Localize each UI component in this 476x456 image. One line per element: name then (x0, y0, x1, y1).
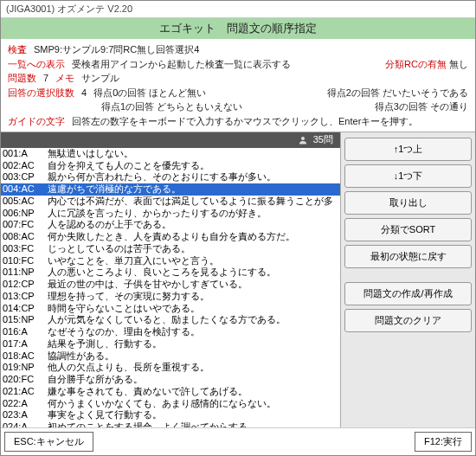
row-text: 嫌な事をされても、責めないで許してあげる。 (48, 386, 248, 398)
row-text: 時間を守らないことはいやである。 (48, 303, 200, 315)
list-item[interactable]: 002:AC自分を抑えても人のことを優先する。 (1, 160, 340, 172)
list-item[interactable]: 006:NP人に冗談を言ったり、からかったりするのが好き。 (1, 208, 340, 220)
row-text: 結果を予測し、行動する。 (48, 338, 162, 350)
pop-button[interactable]: 取り出し (344, 191, 472, 215)
meta-guide: 回答左の数字をキーボードで入力するかマウスでクリックし、Enterキーを押す。 (72, 114, 418, 129)
meta-ichiran: 受検者用アイコンから起動した検査一覧に表示する (72, 57, 291, 72)
row-text: 人の悪いところより、良いところを見るようにする。 (48, 267, 276, 279)
meta-kensa: SMP9:サンプル9:7問RC無し回答選択4 (34, 42, 199, 57)
row-id: 015:NP (3, 314, 48, 326)
edit-button[interactable]: 問題文の作成/再作成 (344, 282, 472, 305)
list-item[interactable]: 016:Aなぜそうなのか、理由を検討する。 (1, 326, 340, 338)
row-id: 003:CP (3, 171, 48, 183)
list-item[interactable]: 003:FCじっとしているのは苦手である。 (1, 243, 340, 255)
list-item[interactable]: 022:A何かうまくいかなくても、あまり感情的にならない。 (1, 398, 340, 410)
row-id: 021:AC (3, 386, 48, 398)
up-button[interactable]: ↑1つ上 (344, 138, 472, 161)
row-text: 協調性がある。 (48, 350, 114, 363)
meta-memo: サンプル (81, 71, 119, 86)
row-text: 遠慮がちで消極的な方である。 (48, 183, 181, 196)
row-id: 006:NP (3, 208, 48, 220)
row-id: 011:NP (3, 267, 48, 279)
side-panel: ↑1つ上 ↓1つ下 取り出し 分類でSORT 最初の状態に戻す 問題文の作成/再… (340, 132, 475, 427)
list-item[interactable]: 001:A無駄遣いはしない。 (1, 148, 340, 160)
question-list[interactable]: 35問 001:A無駄遣いはしない。002:AC自分を抑えても人のことを優先する… (1, 132, 340, 427)
row-id: 010:FC (3, 255, 48, 267)
meta-panel: 検査 SMP9:サンプル9:7問RC無し回答選択4 一覧への表示 受検者用アイコ… (1, 39, 475, 132)
sort-button[interactable]: 分類でSORT (344, 218, 472, 241)
row-text: 他人の欠点よりも、長所を重視する。 (48, 362, 209, 374)
meta-mondai: 7 (43, 71, 48, 86)
meta-mondai-label: 問題数 (8, 71, 36, 86)
meta-t3: 得点3の回答 その通り (375, 100, 468, 114)
meta-guide-label: ガイドの文字 (8, 114, 65, 129)
row-id: 004:AC (3, 183, 48, 196)
list-item[interactable]: 012:CP最近の世の中は、子供を甘やかしすぎている。 (1, 279, 340, 291)
list-item[interactable]: 013:CP理想を持って、その実現に努力する。 (1, 291, 340, 303)
meta-t1: 得点1の回答 どちらともいえない (101, 100, 242, 114)
row-text: 理想を持って、その実現に努力する。 (48, 291, 209, 303)
down-button[interactable]: ↓1つ下 (344, 164, 472, 188)
row-id: 001:A (3, 148, 48, 160)
list-item[interactable]: 011:NP人の悪いところより、良いところを見るようにする。 (1, 267, 340, 279)
meta-bunrui-label: 分類RCの有無 (385, 59, 447, 69)
row-text: 何か失敗したとき、人を責めるよりも自分を責める方だ。 (48, 231, 295, 243)
list-item[interactable]: 004:AC遠慮がちで消極的な方である。 (1, 183, 340, 196)
list-item[interactable]: 020:FC自分勝手な所がある。 (1, 374, 340, 386)
row-text: 無駄遣いはしない。 (48, 148, 133, 160)
section-header: エゴキット 問題文の順序指定 (1, 18, 475, 39)
list-item[interactable]: 014:CP時間を守らないことはいやである。 (1, 303, 340, 315)
footer: ESC:キャンセル F12:実行 (1, 427, 475, 455)
reset-button[interactable]: 最初の状態に戻す (344, 245, 472, 268)
list-item[interactable]: 015:NP人が元気をなくしていると、励ましたくなる方である。 (1, 314, 340, 326)
meta-t2: 得点2の回答 だいたいそうである (327, 86, 468, 100)
clear-button[interactable]: 問題文のクリア (344, 309, 472, 332)
list-item[interactable]: 019:NP他人の欠点よりも、長所を重視する。 (1, 362, 340, 374)
row-id: 002:AC (3, 160, 48, 172)
row-id: 013:CP (3, 291, 48, 303)
list-item[interactable]: 008:AC何か失敗したとき、人を責めるよりも自分を責める方だ。 (1, 231, 340, 243)
list-item[interactable]: 017:A結果を予測し、行動する。 (1, 338, 340, 350)
list-item[interactable]: 024:A初めてのことをする場合、よく調べてからする。 (1, 421, 340, 427)
list-item[interactable]: 021:AC嫌な事をされても、責めないで許してあげる。 (1, 386, 340, 398)
row-id: 003:FC (3, 243, 48, 255)
list-item[interactable]: 003:CP親から何か言われたら、そのとおりにする事が多い。 (1, 171, 340, 183)
row-id: 012:CP (3, 279, 48, 291)
row-text: 事実をよく見て行動する。 (48, 409, 162, 421)
row-text: 人に冗談を言ったり、からかったりするのが好き。 (48, 208, 267, 220)
row-text: 内心では不満だが、表面では満足しているように振る舞うことが多 (48, 196, 333, 208)
row-text: 自分を抑えても人のことを優先する。 (48, 160, 209, 172)
meta-kaitou: 4 (81, 86, 87, 100)
row-text: 最近の世の中は、子供を甘やかしすぎている。 (48, 279, 248, 291)
row-id: 018:AC (3, 350, 48, 363)
list-item[interactable]: 018:AC協調性がある。 (1, 350, 340, 363)
meta-bunrui: 無し (449, 59, 468, 69)
row-text: 人を認めるのが上手である。 (48, 219, 171, 231)
list-item[interactable]: 010:FCいやなことを、単刀直入にいやと言う。 (1, 255, 340, 267)
row-text: じっとしているのは苦手である。 (48, 243, 190, 255)
row-text: 人が元気をなくしていると、励ましたくなる方である。 (48, 314, 286, 326)
row-text: いやなことを、単刀直入にいやと言う。 (48, 255, 219, 267)
row-id: 014:CP (3, 303, 48, 315)
row-text: なぜそうなのか、理由を検討する。 (48, 326, 200, 338)
meta-t0: 得点0の回答 ほとんど無い (93, 86, 206, 100)
row-text: 初めてのことをする場合、よく調べてからする。 (48, 421, 257, 427)
row-id: 023:A (3, 409, 48, 421)
row-text: 何かうまくいかなくても、あまり感情的にならない。 (48, 398, 276, 410)
list-item[interactable]: 023:A事実をよく見て行動する。 (1, 409, 340, 421)
row-id: 005:AC (3, 196, 48, 208)
execute-button[interactable]: F12:実行 (415, 432, 472, 452)
row-id: 017:A (3, 338, 48, 350)
window-title: (JIGA3001) オズメンテ V2.20 (1, 1, 475, 18)
row-id: 016:A (3, 326, 48, 338)
row-id: 024:A (3, 421, 48, 427)
list-item[interactable]: 007:FC人を認めるのが上手である。 (1, 219, 340, 231)
list-item[interactable]: 005:AC内心では不満だが、表面では満足しているように振る舞うことが多 (1, 196, 340, 208)
count-label: 35問 (313, 134, 333, 146)
row-text: 親から何か言われたら、そのとおりにする事が多い。 (48, 171, 276, 183)
meta-memo-label: メモ (55, 71, 74, 86)
list-header: 35問 (1, 132, 340, 148)
cancel-button[interactable]: ESC:キャンセル (4, 432, 93, 452)
meta-kensa-label: 検査 (8, 42, 27, 57)
meta-ichiran-label: 一覧への表示 (8, 57, 65, 72)
